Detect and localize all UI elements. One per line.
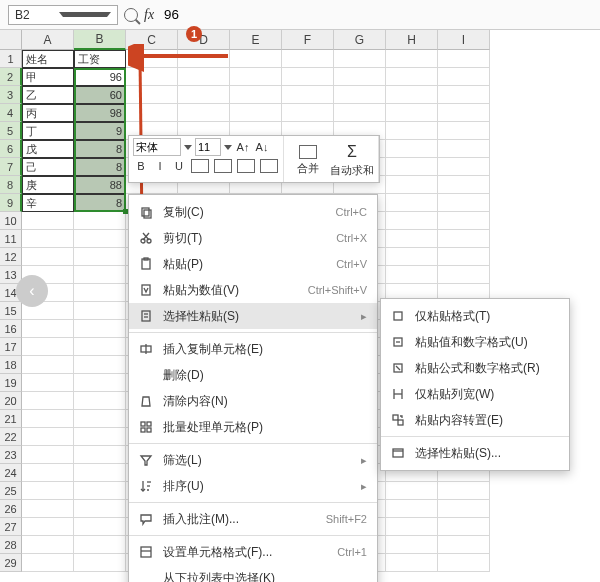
col-header-B[interactable]: B — [74, 30, 126, 50]
menu-item[interactable]: 复制(C)Ctrl+C — [129, 199, 377, 225]
cell-H13[interactable] — [386, 266, 438, 284]
col-header-I[interactable]: I — [438, 30, 490, 50]
cell-H9[interactable] — [386, 194, 438, 212]
cell-A22[interactable] — [22, 428, 74, 446]
cell-I4[interactable] — [438, 104, 490, 122]
row-header-24[interactable]: 24 — [0, 464, 22, 482]
cell-A10[interactable] — [22, 212, 74, 230]
select-all-corner[interactable] — [0, 30, 22, 50]
font-select[interactable] — [133, 138, 181, 156]
row-header-20[interactable]: 20 — [0, 392, 22, 410]
cell-H3[interactable] — [386, 86, 438, 104]
row-header-26[interactable]: 26 — [0, 500, 22, 518]
cell-G3[interactable] — [334, 86, 386, 104]
cell-B6[interactable]: 8 — [74, 140, 126, 158]
menu-item[interactable]: 清除内容(N) — [129, 388, 377, 414]
search-icon[interactable] — [124, 8, 138, 22]
menu-item[interactable]: 粘贴为数值(V)Ctrl+Shift+V — [129, 277, 377, 303]
menu-item[interactable]: 插入复制单元格(E) — [129, 336, 377, 362]
nav-back-button[interactable]: ‹ — [16, 275, 48, 307]
cell-A11[interactable] — [22, 230, 74, 248]
cell-B21[interactable] — [74, 410, 126, 428]
cell-A1[interactable]: 姓名 — [22, 50, 74, 68]
submenu-item[interactable]: 选择性粘贴(S)... — [381, 440, 569, 466]
font-grow-button[interactable]: A↑ — [235, 139, 251, 155]
cell-H10[interactable] — [386, 212, 438, 230]
cell-H7[interactable] — [386, 158, 438, 176]
row-header-10[interactable]: 10 — [0, 212, 22, 230]
cell-B25[interactable] — [74, 482, 126, 500]
cell-H27[interactable] — [386, 518, 438, 536]
cell-A3[interactable]: 乙 — [22, 86, 74, 104]
cell-F3[interactable] — [282, 86, 334, 104]
cell-B1[interactable]: 工资 — [74, 50, 126, 68]
cell-A7[interactable]: 己 — [22, 158, 74, 176]
cell-I9[interactable] — [438, 194, 490, 212]
cell-A18[interactable] — [22, 356, 74, 374]
submenu-item[interactable]: 仅粘贴列宽(W) — [381, 381, 569, 407]
menu-item[interactable]: 从下拉列表中选择(K) — [129, 565, 377, 582]
cell-B24[interactable] — [74, 464, 126, 482]
cell-B23[interactable] — [74, 446, 126, 464]
row-header-15[interactable]: 15 — [0, 302, 22, 320]
cell-H5[interactable] — [386, 122, 438, 140]
cell-A19[interactable] — [22, 374, 74, 392]
cell-B27[interactable] — [74, 518, 126, 536]
menu-item[interactable]: 剪切(T)Ctrl+X — [129, 225, 377, 251]
fill-color-button[interactable] — [213, 158, 233, 174]
row-header-23[interactable]: 23 — [0, 446, 22, 464]
cell-H6[interactable] — [386, 140, 438, 158]
submenu-item[interactable]: 粘贴内容转置(E) — [381, 407, 569, 433]
row-header-3[interactable]: 3 — [0, 86, 22, 104]
cell-A21[interactable] — [22, 410, 74, 428]
cell-B26[interactable] — [74, 500, 126, 518]
name-box[interactable]: B2 — [8, 5, 118, 25]
menu-item[interactable]: 设置单元格格式(F)...Ctrl+1 — [129, 539, 377, 565]
row-header-21[interactable]: 21 — [0, 410, 22, 428]
cell-I27[interactable] — [438, 518, 490, 536]
cell-G1[interactable] — [334, 50, 386, 68]
cell-B20[interactable] — [74, 392, 126, 410]
cell-B17[interactable] — [74, 338, 126, 356]
autosum-button[interactable]: Σ 自动求和 — [330, 138, 374, 182]
row-header-28[interactable]: 28 — [0, 536, 22, 554]
row-header-2[interactable]: 2 — [0, 68, 22, 86]
menu-item[interactable]: 删除(D) — [129, 362, 377, 388]
cell-D1[interactable] — [178, 50, 230, 68]
cell-C2[interactable] — [126, 68, 178, 86]
cell-B12[interactable] — [74, 248, 126, 266]
cell-G4[interactable] — [334, 104, 386, 122]
font-size-select[interactable] — [195, 138, 221, 156]
menu-item[interactable]: 插入批注(M)...Shift+F2 — [129, 506, 377, 532]
col-header-C[interactable]: C — [126, 30, 178, 50]
row-header-25[interactable]: 25 — [0, 482, 22, 500]
formula-input[interactable] — [160, 5, 592, 25]
chevron-down-icon[interactable] — [224, 145, 232, 150]
row-header-6[interactable]: 6 — [0, 140, 22, 158]
cell-B9[interactable]: 8 — [74, 194, 126, 212]
cell-I13[interactable] — [438, 266, 490, 284]
cell-A27[interactable] — [22, 518, 74, 536]
cell-I29[interactable] — [438, 554, 490, 572]
cell-I7[interactable] — [438, 158, 490, 176]
col-header-A[interactable]: A — [22, 30, 74, 50]
merge-button[interactable]: 合并 — [288, 138, 328, 182]
row-header-9[interactable]: 9 — [0, 194, 22, 212]
cell-G2[interactable] — [334, 68, 386, 86]
cell-A17[interactable] — [22, 338, 74, 356]
cell-E4[interactable] — [230, 104, 282, 122]
chevron-down-icon[interactable] — [184, 145, 192, 150]
row-header-29[interactable]: 29 — [0, 554, 22, 572]
cell-E2[interactable] — [230, 68, 282, 86]
cell-H4[interactable] — [386, 104, 438, 122]
cell-I6[interactable] — [438, 140, 490, 158]
cell-B4[interactable]: 98 — [74, 104, 126, 122]
cell-I10[interactable] — [438, 212, 490, 230]
cell-I11[interactable] — [438, 230, 490, 248]
menu-item[interactable]: 粘贴(P)Ctrl+V — [129, 251, 377, 277]
row-header-7[interactable]: 7 — [0, 158, 22, 176]
cell-I26[interactable] — [438, 500, 490, 518]
cell-I25[interactable] — [438, 482, 490, 500]
submenu-item[interactable]: 粘贴公式和数字格式(R) — [381, 355, 569, 381]
cell-H2[interactable] — [386, 68, 438, 86]
